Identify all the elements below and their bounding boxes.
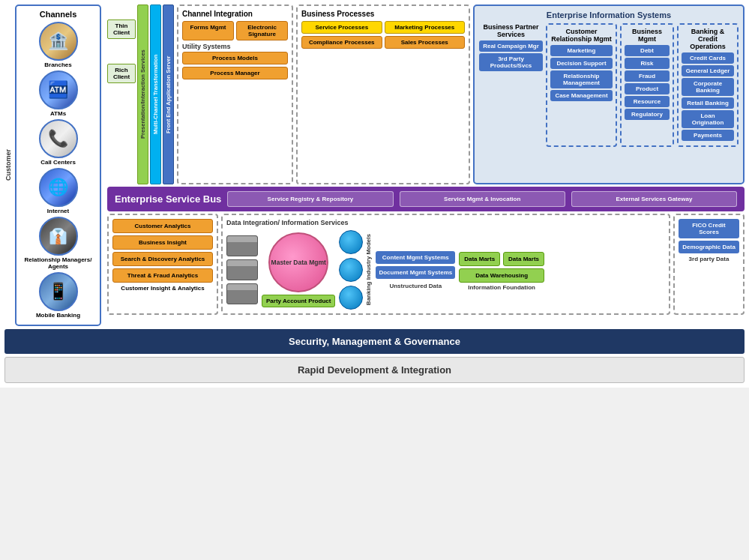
unstructured-label: Unstructured Data (389, 283, 442, 289)
electronic-sig-box: Electronic Signature (236, 21, 288, 40)
customer-label: Customer (4, 149, 12, 181)
bps-item-1: 3rd Party Products/Svcs (479, 53, 543, 71)
bm-item-0: Debt (625, 45, 670, 56)
bm-item-5: Regulatory (625, 109, 670, 120)
channel-integration-area: Channel Integration Forms Mgmt Electroni… (177, 4, 293, 184)
db-icon-3 (226, 283, 258, 304)
inner-diagram: Thin Client Rich Client Presentation/Int… (107, 4, 745, 326)
tc-boxes: Thin Client Rich Client (107, 19, 136, 184)
eis-columns: Business Partner Services Real Campaign … (479, 23, 739, 147)
esb-box3: External Services Gateway (571, 191, 737, 207)
service-processes-box: Service Processes (301, 21, 382, 34)
ext-section: FICO Credit Scores Demographic Data 3rd … (673, 214, 745, 315)
bottom-row: Customer Analytics Business Insight Sear… (107, 214, 745, 315)
crm-item-1: Decision Support (550, 58, 613, 69)
di-title: Data Integration/ Information Services (226, 219, 665, 226)
utility-label: Utility Systems (182, 43, 288, 50)
ci-title: Channel Integration (182, 10, 288, 18)
bps-item-0: Real Campaign Mgr (479, 40, 543, 52)
branches-circle: 🏦 (39, 22, 78, 61)
vb-presentation: Presentation/Interaction Services (137, 4, 148, 184)
fico-box: FICO Credit Scores (679, 219, 739, 238)
mdm-circle: Master Data Mgmt (268, 232, 328, 292)
internet-label: Internet (47, 208, 69, 214)
bps-column: Business Partner Services Real Campaign … (479, 23, 543, 147)
demographic-box: Demographic Data (679, 241, 739, 253)
esb-box2: Service Mgmt & Invocation (400, 191, 565, 207)
esb-title: Enterprise Service Bus (115, 193, 221, 205)
callcenters-circle: 📞 (39, 119, 78, 158)
bm-column: Business Mgmt Debt Risk Fraud Product Re… (620, 23, 674, 147)
content-mgmt-box: Content Mgmt Systems (376, 251, 455, 264)
bco-item-3: Retail Banking (682, 97, 734, 109)
channel-branches: 🏦 Branches (20, 22, 96, 68)
bps-label: Business Partner Services (479, 23, 543, 38)
security-bar: Security, Management & Governance (4, 329, 745, 354)
search-discovery-box: Search & Discovery Analytics (112, 252, 213, 266)
atms-circle: 🏧 (39, 70, 78, 109)
channel-relationship: 👔 Relationship Managers/ Agents (20, 217, 96, 270)
forms-mgmt-box: Forms Mgmt (182, 21, 234, 40)
bm-item-1: Risk (625, 58, 670, 69)
mobile-label: Mobile Banking (36, 312, 80, 319)
data-warehousing-box: Data Warehousing (459, 268, 544, 283)
crm-label: Customer Relationship Mgmt (550, 28, 613, 43)
unstruct-col: Content Mgmt Systems Document Mgmt Syste… (376, 251, 455, 279)
cylinder-2 (339, 258, 363, 282)
thin-client-box: Thin Client (107, 19, 136, 39)
bm-item-3: Product (625, 83, 670, 94)
di-section: Data Integration/ Information Services M… (221, 214, 670, 315)
process-manager-box: Process Manager (182, 67, 288, 79)
internet-circle: 🌐 (39, 168, 78, 207)
relationship-circle: 👔 (39, 217, 78, 256)
esb-box1: Service Registry & Repository (227, 191, 393, 207)
bm-label: Business Mgmt (625, 28, 670, 43)
vb-multichannel: Multi-Channel Transformation (150, 4, 161, 184)
bco-item-1: General Ledger (682, 65, 734, 76)
db-icon-1 (226, 235, 258, 256)
dmart-row: Data Marts Data Marts (459, 252, 544, 266)
banking-models-label: Banking Industry Models (365, 234, 372, 305)
channel-internet: 🌐 Internet (20, 168, 96, 214)
rapid-bar: Rapid Development & Integration (4, 357, 745, 383)
top-area: Customer Channels 🏦 Branches 🏧 ATMs (4, 4, 745, 326)
cia-section: Customer Analytics Business Insight Sear… (107, 214, 218, 315)
branches-label: Branches (44, 61, 71, 68)
bco-item-5: Payments (682, 130, 734, 141)
vert-and-tc: Thin Client Rich Client Presentation/Int… (107, 4, 174, 184)
rich-client-box: Rich Client (107, 64, 136, 83)
customer-analytics-box: Customer Analytics (112, 219, 213, 233)
info-foundation-label: Information Foundation (459, 284, 544, 291)
relationship-label: Relationship Managers/ Agents (20, 256, 96, 270)
bco-item-4: Loan Origination (682, 110, 734, 128)
bp-row2: Compliance Processes Sales Processes (301, 36, 465, 49)
data-marts-1: Data Marts (459, 252, 500, 266)
business-insight-box: Business Insight (112, 235, 213, 250)
threat-fraud-box: Threat & Fraud Analytics (112, 268, 213, 283)
vb-frontend: Front End Application Server (163, 4, 174, 184)
db-column (226, 235, 258, 304)
channels-column: Customer Channels 🏦 Branches 🏧 ATMs (4, 4, 101, 326)
bco-item-2: Corporate Banking (682, 78, 734, 96)
mobile-circle: 📱 (39, 272, 78, 311)
main-layout: Customer Channels 🏦 Branches 🏧 ATMs (0, 0, 749, 388)
channels-header: Channels (20, 10, 96, 19)
marketing-processes-box: Marketing Processes (385, 21, 466, 34)
compliance-processes-box: Compliance Processes (301, 36, 382, 49)
eis-section: Enterprise Information Systems Business … (473, 4, 745, 184)
bp-row1: Service Processes Marketing Processes (301, 21, 465, 34)
third-party-label: 3rd party Data (679, 256, 739, 262)
data-marts-2: Data Marts (503, 252, 544, 266)
bco-label: Banking & Credit Operations (682, 28, 734, 50)
bm-item-2: Fraud (625, 70, 670, 82)
cylinder-group (339, 230, 363, 310)
di-inner: Master Data Mgmt Party Account Product B… (226, 230, 665, 310)
bm-item-4: Resource (625, 96, 670, 107)
party-box: Party Account Product (262, 295, 335, 307)
marts-area: Data Marts Data Marts Data Warehousing I… (459, 250, 544, 291)
cylinder-1 (339, 230, 363, 254)
esb-row: Enterprise Service Bus Service Registry … (107, 187, 745, 211)
cyl-area: Banking Industry Models (339, 230, 372, 310)
cylinder-3 (339, 286, 363, 310)
process-models-box: Process Models (182, 52, 288, 64)
